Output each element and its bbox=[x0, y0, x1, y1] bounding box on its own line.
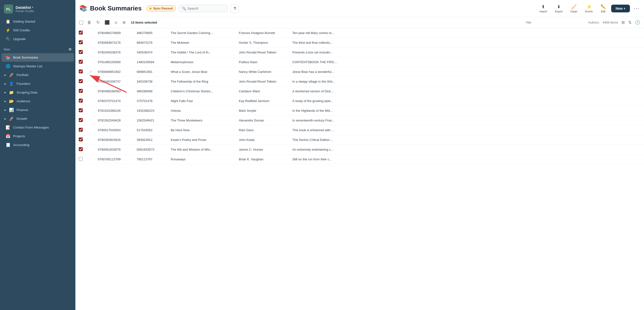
row-checkbox-7[interactable] bbox=[79, 99, 83, 102]
isbn-cell: 9780486276809 bbox=[95, 28, 134, 38]
sidebar-item-scraping-data[interactable]: ▶ 📁 Scraping Data bbox=[2, 88, 74, 97]
row-checkbox-10[interactable] bbox=[79, 128, 83, 132]
row-checkbox-6[interactable] bbox=[79, 89, 83, 93]
sidebar-item-accounting[interactable]: 🧾 Accounting bbox=[2, 141, 74, 149]
filter-button[interactable]: ⚗ bbox=[230, 4, 239, 13]
row-checkbox-cell[interactable] bbox=[76, 77, 86, 86]
isbn-cell: 9780345538376 bbox=[95, 48, 134, 57]
row-expand-cell[interactable] bbox=[86, 155, 95, 164]
row-checkbox-8[interactable] bbox=[79, 108, 83, 112]
row-expand-cell[interactable] bbox=[86, 96, 95, 106]
row-expand-cell[interactable]: ↗ bbox=[86, 67, 95, 77]
row-expand-cell[interactable] bbox=[86, 38, 95, 48]
title-cell: The Secret Garden Coloring ... bbox=[168, 28, 236, 38]
sub-arrow-icon: ▶ bbox=[4, 91, 6, 94]
main-content: 📚 Book Summaries Sync Paused 🔍 ⚗ ⬆ Impor… bbox=[76, 0, 644, 310]
sidebar-item-audience[interactable]: ▶ 📂 Audience bbox=[2, 97, 74, 105]
sidebar-item-portfolio[interactable]: ▶ 🚀 Portfolio bbox=[2, 71, 74, 79]
clean-button[interactable]: 🧹 Clean bbox=[568, 3, 580, 14]
table-row: 9780517543054 517543052 Be Here Now Ram … bbox=[76, 125, 644, 135]
row-checkbox-5[interactable] bbox=[79, 79, 83, 83]
row-checkbox-cell[interactable] bbox=[76, 28, 86, 38]
row-checkbox-cell[interactable] bbox=[76, 155, 86, 164]
desc-cell: In a sleepy village in the Shir... bbox=[290, 77, 644, 86]
sidebar-item-projects[interactable]: 📅 Projects bbox=[2, 132, 74, 140]
export-button[interactable]: ⬇ Export bbox=[552, 3, 565, 14]
sidebar-item-book-summaries[interactable]: 📚 Book Summaries bbox=[2, 53, 74, 62]
row-expand-cell[interactable] bbox=[86, 125, 95, 135]
merge-icon[interactable]: ⋏ bbox=[114, 19, 118, 26]
row-checkbox-9[interactable] bbox=[79, 118, 83, 122]
row-checkbox-13[interactable] bbox=[79, 157, 83, 161]
row-checkbox-11[interactable] bbox=[79, 137, 83, 141]
sidebar-item-finance[interactable]: ▶ 📊 Finance bbox=[2, 106, 74, 114]
expand-icon[interactable]: ↗ bbox=[89, 70, 92, 74]
row-expand-cell[interactable] bbox=[86, 86, 95, 96]
isbn10-cell: 785113797 bbox=[134, 155, 168, 164]
row-expand-cell[interactable] bbox=[86, 48, 95, 57]
new-button[interactable]: New + bbox=[611, 4, 630, 12]
desc-cell: Presents a box set includin... bbox=[290, 48, 644, 57]
row-expand-cell[interactable] bbox=[86, 57, 95, 67]
row-checkbox-cell[interactable] bbox=[76, 86, 86, 96]
row-checkbox-0[interactable] bbox=[79, 31, 83, 34]
row-expand-cell[interactable] bbox=[86, 145, 95, 155]
title-cell: What a Scare, Jesse Bear bbox=[168, 67, 236, 77]
row-checkbox-cell[interactable] bbox=[76, 38, 86, 48]
isbn10-cell: 393924912 bbox=[134, 135, 168, 145]
sidebar-item-upgrade[interactable]: 🔌 Upgrade bbox=[2, 35, 74, 43]
row-checkbox-4[interactable] bbox=[79, 69, 83, 73]
isbn10-cell: 006183307X bbox=[134, 145, 168, 155]
enrich-icon: ⚡ bbox=[586, 4, 592, 9]
sidebar-item-contact-form[interactable]: 📝 Contact Form Messages bbox=[2, 123, 74, 132]
workspace-info: Datablist ▾ Florian Poullin bbox=[16, 5, 34, 13]
cancel-icon[interactable]: ⊗ bbox=[122, 19, 126, 26]
row-expand-cell[interactable] bbox=[86, 106, 95, 116]
row-expand-cell[interactable] bbox=[86, 116, 95, 125]
sidebar-item-growth[interactable]: ▶ 🚀 Growth bbox=[2, 114, 74, 123]
row-expand-cell[interactable] bbox=[86, 77, 95, 86]
edit-button[interactable]: ✏️ Edit bbox=[598, 3, 608, 14]
row-checkbox-cell[interactable] bbox=[76, 67, 86, 77]
sidebar-item-credits[interactable]: ⚡ 500 Credits bbox=[2, 26, 74, 34]
row-expand-cell[interactable] bbox=[86, 135, 95, 145]
sync-icon[interactable]: ↻ bbox=[96, 19, 100, 26]
view-toggle-icon[interactable]: ⊞ bbox=[622, 20, 625, 25]
sync-paused-badge[interactable]: Sync Paused bbox=[146, 5, 176, 11]
search-input[interactable] bbox=[188, 6, 217, 10]
row-checkbox-12[interactable] bbox=[79, 147, 83, 151]
isbn10-cell: 193238622X bbox=[134, 106, 168, 116]
lightning-icon: ⚡ bbox=[5, 28, 11, 32]
title-cell: Runaways bbox=[168, 155, 236, 164]
row-checkbox-cell[interactable] bbox=[76, 57, 86, 67]
sidebar-item-getting-started[interactable]: 📋 Getting Started bbox=[2, 17, 74, 26]
history-icon[interactable]: 🕐 bbox=[635, 20, 640, 25]
workspace-name[interactable]: Datablist ▾ bbox=[16, 5, 34, 9]
sidebar-item-founders[interactable]: ▶ 👤 Founders bbox=[2, 79, 74, 88]
enrich-button[interactable]: ⚡ Enrich bbox=[583, 3, 595, 14]
move-icon[interactable]: ⬛ bbox=[104, 19, 110, 26]
import-button[interactable]: ⬆ Import bbox=[537, 3, 550, 14]
row-checkbox-cell[interactable] bbox=[76, 106, 86, 116]
row-checkbox-3[interactable] bbox=[79, 60, 83, 64]
row-expand-cell[interactable] bbox=[86, 28, 95, 38]
row-checkbox-cell[interactable] bbox=[76, 48, 86, 57]
delete-icon[interactable]: 🗑 bbox=[86, 19, 92, 26]
row-checkbox-cell[interactable] bbox=[76, 96, 86, 106]
row-checkbox-cell[interactable] bbox=[76, 135, 86, 145]
items-selected-label: 13 items selected bbox=[131, 21, 157, 24]
row-checkbox-cell[interactable] bbox=[76, 116, 86, 125]
row-checkbox-cell[interactable] bbox=[76, 145, 86, 155]
isbn-cell: 9781480105690 bbox=[95, 57, 134, 67]
row-checkbox-1[interactable] bbox=[79, 40, 83, 44]
row-checkbox-cell[interactable] bbox=[76, 125, 86, 135]
add-section-icon[interactable]: ⊕ bbox=[68, 47, 72, 51]
select-all-checkbox[interactable] bbox=[79, 21, 83, 24]
sort-icon[interactable]: ⇅ bbox=[628, 20, 632, 25]
desc-cell: In the Highlands of the Mid... bbox=[290, 106, 644, 116]
desc-cell: This Norton Critical Edition ... bbox=[290, 135, 644, 145]
sidebar-item-startups-master-list[interactable]: 🌐 Startups Master List bbox=[2, 62, 74, 70]
row-checkbox-2[interactable] bbox=[79, 50, 83, 54]
more-options-button[interactable]: ⋯ bbox=[634, 5, 639, 12]
search-box[interactable]: 🔍 bbox=[179, 5, 228, 12]
